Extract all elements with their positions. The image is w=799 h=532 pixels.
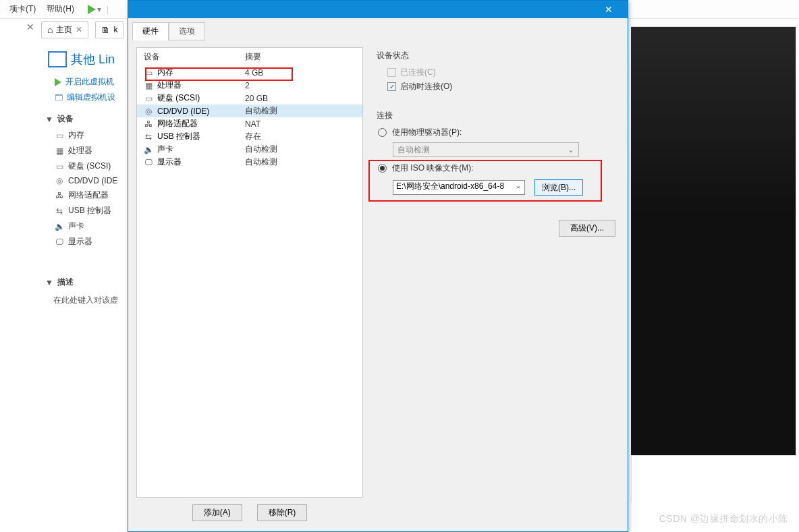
connected-checkbox-row: 已连接(C) — [377, 65, 615, 80]
cpu-icon: ▦ — [144, 81, 153, 90]
home-icon: ⌂ — [47, 24, 53, 35]
device-cddvd[interactable]: ◎CD/DVD (IDE — [55, 174, 132, 187]
vm-settings-dialog: ✕ 硬件 选项 设备 摘要 ▭内存4 GB ▦处理器2 ▭硬盘 (SCSI)20… — [128, 0, 628, 532]
add-button[interactable]: 添加(A) — [192, 504, 242, 521]
close-icon[interactable]: ✕ — [76, 25, 82, 34]
cpu-icon: ▦ — [55, 146, 64, 156]
devices-header[interactable]: ▼ 设备 — [43, 105, 132, 127]
watermark: CSDN @边缘拼命划水的小陈 — [659, 513, 788, 525]
disk-icon: ▭ — [55, 162, 64, 171]
vm-preview — [631, 26, 796, 456]
hardware-list: 设备 摘要 ▭内存4 GB ▦处理器2 ▭硬盘 (SCSI)20 GB ◎CD/… — [136, 47, 363, 498]
checkbox-icon — [387, 68, 396, 77]
col-summary: 摘要 — [245, 51, 261, 63]
cd-icon: ◎ — [55, 176, 64, 185]
iso-path-value: E:\网络安全\android-x86_64-8 — [396, 181, 504, 191]
hw-row-sound[interactable]: 🔈声卡自动检测 — [137, 143, 362, 156]
connection-header: 连接 — [377, 109, 615, 125]
edit-vm-link[interactable]: 🗔 编辑虚拟机设 — [43, 90, 132, 105]
play-icon — [55, 78, 61, 86]
use-physical-radio[interactable]: 使用物理驱动器(P): — [377, 125, 615, 140]
use-iso-radio[interactable]: 使用 ISO 映像文件(M): — [377, 161, 615, 175]
combo-value: 自动检测 — [397, 144, 430, 156]
description-text: 在此处键入对该虚 — [43, 291, 132, 306]
hw-row-net[interactable]: 🖧网络适配器NAT — [137, 117, 362, 130]
hw-row-cpu[interactable]: ▦处理器2 — [137, 79, 362, 92]
hardware-list-header: 设备 摘要 — [137, 48, 362, 66]
device-net[interactable]: 🖧网络适配器 — [55, 187, 132, 203]
menu-help[interactable]: 帮助(H) — [41, 1, 80, 18]
dialog-titlebar: ✕ — [128, 1, 628, 18]
hw-row-disk[interactable]: ▭硬盘 (SCSI)20 GB — [137, 92, 362, 105]
edit-vm-label: 编辑虚拟机设 — [67, 92, 115, 103]
disk-icon: ▭ — [144, 94, 153, 103]
devices-header-label: 设备 — [57, 113, 74, 125]
start-vm-label: 开启此虚拟机 — [65, 76, 114, 88]
hw-row-cddvd[interactable]: ◎CD/DVD (IDE)自动检测 — [137, 105, 362, 117]
device-cpu[interactable]: ▦处理器 — [55, 143, 132, 158]
memory-icon: ▭ — [55, 131, 64, 140]
menu-tabcard[interactable]: 项卡(T) — [4, 1, 41, 18]
hw-row-display[interactable]: 🖵显示器自动检测 — [137, 156, 362, 169]
use-iso-label: 使用 ISO 映像文件(M): — [392, 162, 474, 174]
tab-home[interactable]: ⌂ 主页 ✕ — [41, 21, 88, 38]
status-header: 设备状态 — [377, 49, 615, 65]
usb-icon: ⇆ — [144, 132, 153, 142]
edit-icon: 🗔 — [55, 93, 63, 102]
tab-hardware[interactable]: 硬件 — [132, 22, 169, 40]
devices-list: ▭内存 ▦处理器 ▭硬盘 (SCSI) ◎CD/DVD (IDE 🖧网络适配器 … — [43, 127, 132, 249]
connect-power-label: 启动时连接(O) — [400, 81, 452, 92]
memory-icon: ▭ — [144, 68, 153, 78]
col-device: 设备 — [144, 51, 245, 63]
sound-icon: 🔈 — [144, 145, 153, 154]
hw-row-usb[interactable]: ⇆USB 控制器存在 — [137, 130, 362, 143]
usb-icon: ⇆ — [55, 206, 64, 216]
device-sound[interactable]: 🔈声卡 — [55, 218, 132, 234]
vm-summary-panel: 其他 Lin 开启此虚拟机 🗔 编辑虚拟机设 ▼ 设备 ▭内存 ▦处理器 ▭硬盘… — [43, 40, 132, 306]
radio-checked-icon — [378, 164, 387, 173]
display-icon: 🖵 — [144, 158, 153, 167]
connected-label: 已连接(C) — [400, 67, 436, 78]
net-icon: 🖧 — [55, 191, 64, 200]
vm-icon — [48, 51, 67, 67]
connect-power-checkbox-row[interactable]: ✓ 启动时连接(O) — [377, 80, 615, 94]
dialog-close-button[interactable]: ✕ — [595, 4, 622, 15]
tab-vm[interactable]: 🗎 k — [95, 21, 123, 38]
panel-close-icon[interactable]: ✕ — [26, 22, 34, 32]
chevron-down-icon: ▼ — [45, 115, 53, 124]
dialog-tabstrip: 硬件 选项 — [128, 18, 628, 40]
preview-below — [631, 456, 796, 503]
browse-button[interactable]: 浏览(B)... — [534, 179, 583, 196]
start-vm-link[interactable]: 开启此虚拟机 — [43, 74, 132, 90]
use-physical-label: 使用物理驱动器(P): — [392, 127, 462, 138]
tab-home-label: 主页 — [56, 24, 72, 36]
tab-options[interactable]: 选项 — [169, 22, 205, 40]
tab-vm-label: k — [113, 25, 117, 34]
chevron-down-icon: ⌄ — [568, 145, 574, 154]
checkbox-checked-icon: ✓ — [387, 82, 396, 91]
chevron-down-icon: ▼ — [45, 278, 53, 287]
run-dropdown-icon[interactable]: ▾ — [97, 5, 101, 14]
device-usb[interactable]: ⇆USB 控制器 — [55, 203, 132, 218]
device-memory[interactable]: ▭内存 — [55, 127, 132, 143]
chevron-down-icon[interactable]: ⌄ — [515, 181, 522, 190]
cd-icon: ◎ — [144, 107, 153, 116]
hardware-detail-panel: 设备状态 已连接(C) ✓ 启动时连接(O) 连接 使用物理驱动器(P): 自动… — [373, 47, 619, 521]
vm-title: 其他 Lin — [43, 40, 132, 74]
vm-tab-icon: 🗎 — [101, 25, 110, 35]
remove-button[interactable]: 移除(R) — [257, 504, 308, 521]
device-disk[interactable]: ▭硬盘 (SCSI) — [55, 158, 132, 174]
hw-row-memory[interactable]: ▭内存4 GB — [137, 66, 362, 79]
run-icon[interactable] — [88, 5, 96, 14]
net-icon: 🖧 — [144, 119, 153, 129]
advanced-button[interactable]: 高级(V)... — [559, 220, 615, 237]
radio-unchecked-icon — [378, 128, 387, 137]
display-icon: 🖵 — [55, 237, 64, 247]
device-display[interactable]: 🖵显示器 — [55, 234, 132, 249]
vm-name: 其他 Lin — [71, 51, 115, 67]
iso-path-input[interactable]: E:\网络安全\android-x86_64-8⌄ — [393, 180, 525, 195]
description-header-label: 描述 — [57, 276, 74, 288]
description-header[interactable]: ▼ 描述 — [43, 268, 132, 291]
physical-drive-combo: 自动检测 ⌄ — [393, 142, 579, 157]
sound-icon: 🔈 — [55, 222, 64, 231]
